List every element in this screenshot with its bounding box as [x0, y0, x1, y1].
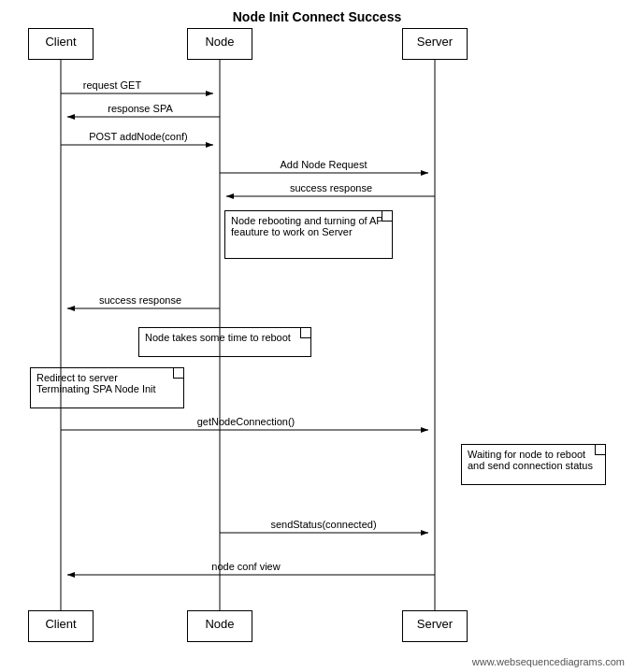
svg-text:getNodeConnection(): getNodeConnection(): [197, 416, 295, 427]
svg-text:POST addNode(conf): POST addNode(conf): [89, 131, 188, 142]
svg-text:Add Node Request: Add Node Request: [281, 159, 367, 170]
svg-text:sendStatus(connected): sendStatus(connected): [270, 519, 376, 530]
svg-text:response SPA: response SPA: [108, 103, 173, 114]
svg-text:success response: success response: [290, 182, 372, 193]
arrows-svg: request GET response SPA POST addNode(co…: [0, 0, 634, 672]
footer: www.websequencediagrams.com: [472, 656, 625, 667]
svg-text:success response: success response: [99, 294, 181, 306]
svg-text:node conf view: node conf view: [211, 561, 280, 572]
sequence-diagram: Node Init Connect Success Client Node Se…: [0, 0, 634, 672]
svg-text:request GET: request GET: [83, 79, 142, 91]
